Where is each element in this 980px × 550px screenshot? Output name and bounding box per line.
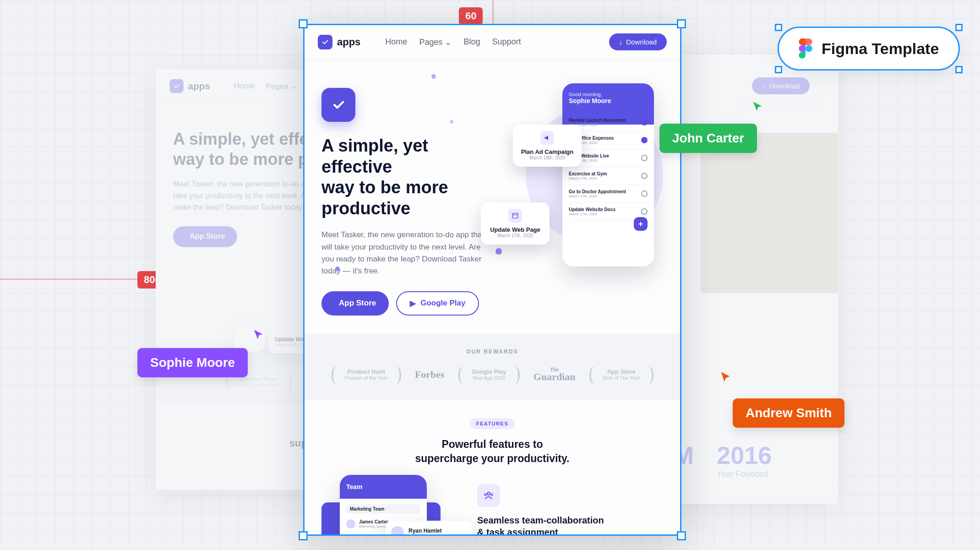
svg-rect-1 xyxy=(512,213,518,218)
selection-handle[interactable] xyxy=(775,24,782,31)
figma-template-badge[interactable]: Figma Template xyxy=(779,27,959,70)
download-button[interactable]: ↓ Download xyxy=(752,77,810,94)
guide-vertical-60 xyxy=(493,0,493,24)
selection-handle[interactable] xyxy=(955,24,963,31)
chevron-down-icon: ⌄ xyxy=(290,82,297,90)
hero-illustration: Good morning, Sophie Moore Review Launch… xyxy=(499,88,663,271)
decorative-dot xyxy=(335,267,340,271)
selection-handle[interactable] xyxy=(955,66,963,73)
phone-greeting: Good morning, xyxy=(569,92,648,97)
task-row: Go to Doctor AppointmentMarch 17th, 2020 xyxy=(569,185,648,203)
browser-icon xyxy=(508,209,522,223)
decorative-dot xyxy=(450,120,453,124)
svg-point-3 xyxy=(485,494,486,496)
collaborator-name-chip: Sophie Moore xyxy=(137,348,248,377)
megaphone-icon xyxy=(540,131,554,145)
play-icon: ▶ xyxy=(410,299,416,308)
check-icon xyxy=(318,35,332,49)
member-popup-card: Ryan HamletMarketing Lead xyxy=(386,521,473,536)
collaborator-cursor-john: John Carter xyxy=(659,124,757,153)
team-icon xyxy=(477,484,500,507)
download-icon: ↓ xyxy=(762,82,766,90)
team-section-label: Marketing Team xyxy=(346,504,420,514)
brand-text: apps xyxy=(188,80,210,92)
features-tag: FEATURES xyxy=(470,418,515,429)
svg-point-4 xyxy=(491,494,493,496)
stat-value: 2016 xyxy=(717,441,772,469)
team-header: Team xyxy=(340,475,427,499)
collaborator-cursor-andrew: Andrew Smith xyxy=(733,398,844,428)
guardian-logo: TheGuardian xyxy=(534,367,576,381)
selection-handle[interactable] xyxy=(775,66,782,73)
phone-mockup: Good morning, Sophie Moore Review Launch… xyxy=(562,83,654,267)
reward-item: Google PlayBest App 2020 xyxy=(452,364,525,385)
hero-title: A simple, yet effective way to be more p… xyxy=(321,136,485,219)
svg-point-0 xyxy=(806,45,812,52)
download-icon: ↓ xyxy=(619,38,623,46)
nav-home[interactable]: Home xyxy=(385,37,407,47)
forbes-logo: Forbes xyxy=(415,369,445,381)
reward-item: App StoreBest of The Year xyxy=(583,364,659,385)
phone-username: Sophie Moore xyxy=(569,97,648,104)
artboard-selected[interactable]: apps Home Pages ⌄ Blog Support ↓ Downloa… xyxy=(303,24,681,536)
features-section: FEATURES Powerful features to supercharg… xyxy=(303,400,681,536)
nav-support[interactable]: Support xyxy=(492,37,521,47)
task-row: Excercise at GymMarch 17th, 2020 xyxy=(569,167,648,185)
collaborator-cursor-sophie: Sophie Moore xyxy=(137,348,248,377)
chevron-down-icon: ⌄ xyxy=(445,38,452,47)
decorative-dot xyxy=(431,74,436,79)
nav-home[interactable]: Home xyxy=(234,81,255,91)
google-play-button[interactable]: ▶ Google Play xyxy=(396,291,479,316)
app-store-button[interactable]: App Store xyxy=(173,226,237,247)
collaborator-name-chip: Andrew Smith xyxy=(733,398,844,428)
app-store-button[interactable]: App Store xyxy=(321,291,389,316)
features-illustration: Team Marketing Team James CarterMarketin… xyxy=(321,484,459,536)
figma-template-label: Figma Template xyxy=(822,40,939,58)
landing-logo[interactable]: apps xyxy=(169,79,210,93)
task-card-update: Update Web Page March 17th, 2020 xyxy=(481,202,550,245)
reward-item: Product HuntProduct of the Year xyxy=(326,364,407,385)
hero-app-icon xyxy=(321,88,355,122)
features-title: Powerful features to supercharge your pr… xyxy=(321,437,663,466)
nav-pages[interactable]: Pages ⌄ xyxy=(266,81,297,91)
task-card-plan: Plan Ad Campaign March 18th, 2020 xyxy=(513,125,582,167)
collaborator-name-chip: John Carter xyxy=(659,124,757,153)
measurement-label-top: 60 xyxy=(459,7,483,25)
figma-logo-icon xyxy=(799,38,812,59)
hero-photo xyxy=(701,133,838,293)
feature-block-title: Seamless team-collaboration & task assig… xyxy=(477,514,663,536)
brand-text: apps xyxy=(337,36,360,48)
nav-blog[interactable]: Blog xyxy=(463,37,480,47)
stat-label: Year Founded xyxy=(717,469,772,479)
rewards-section: OUR REWARDS Product HuntProduct of the Y… xyxy=(303,334,681,400)
stat: 2016 Year Founded xyxy=(717,441,772,479)
check-icon xyxy=(169,79,183,93)
hero-subtitle: Meet Tasker, the new generation to-do ap… xyxy=(321,229,485,277)
rewards-eyebrow: OUR REWARDS xyxy=(303,349,681,355)
landing-logo[interactable]: apps xyxy=(318,35,360,49)
landing-nav: ↓ Download xyxy=(737,68,824,104)
svg-point-2 xyxy=(487,492,490,495)
download-button[interactable]: ↓ Download xyxy=(609,33,667,50)
nav-pages[interactable]: Pages ⌄ xyxy=(419,37,452,47)
add-task-button[interactable]: + xyxy=(634,217,648,231)
landing-nav: apps Home Pages ⌄ Blog Support ↓ Downloa… xyxy=(303,24,681,60)
